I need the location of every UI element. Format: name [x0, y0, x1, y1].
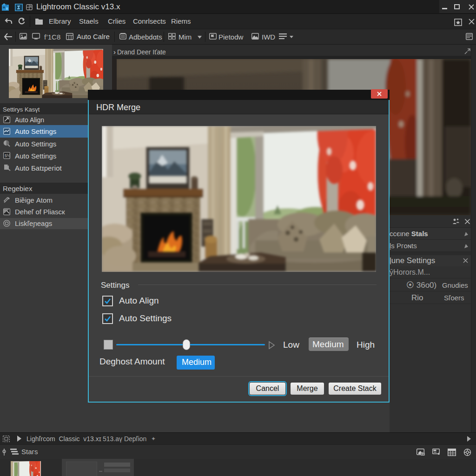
svg-text:5½: 5½	[5, 153, 10, 158]
